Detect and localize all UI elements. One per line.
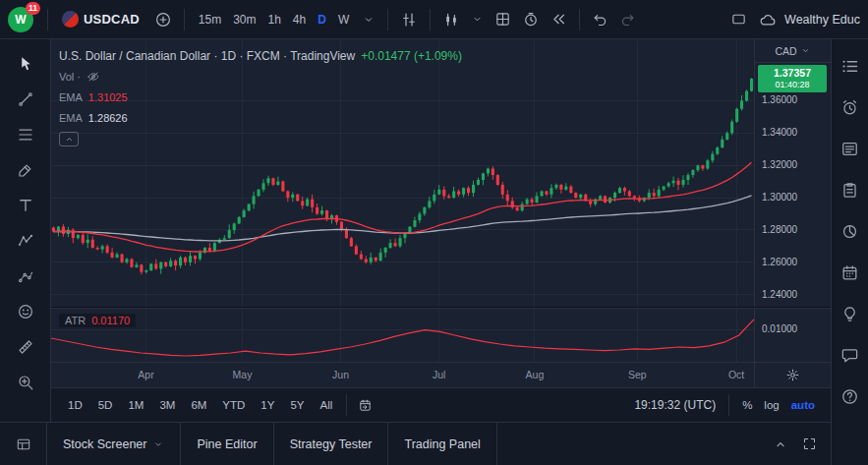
zoom-in-tool-icon[interactable] [9,368,42,396]
body: U.S. Dollar / Canadian Dollar · 1D · FXC… [0,39,868,465]
collapse-legend-button[interactable] [59,132,79,146]
axis-corner [754,363,831,387]
clock[interactable]: 19:19:32 (UTC) [634,398,716,412]
chat-icon[interactable] [837,342,864,368]
compare-add-icon[interactable] [150,7,176,32]
cursor-tool-icon[interactable] [9,49,42,78]
expand-panel-chevron-icon[interactable] [769,433,792,456]
range-6m[interactable]: 6M [184,396,213,414]
layout-grid-icon[interactable] [491,7,515,31]
tab-strategy-tester[interactable]: Strategy Tester [274,423,389,465]
symbol-name: USDCAD [84,12,140,27]
ideas-icon[interactable] [837,301,864,326]
emoji-tool-icon[interactable] [9,297,42,325]
volume-label[interactable]: Vol · [59,71,81,83]
timeframe-d[interactable]: D [312,9,332,30]
scale-log[interactable]: log [758,396,784,414]
notification-badge: 11 [26,2,40,15]
watchlist-icon[interactable] [837,53,864,79]
tab-label: Stock Screener [63,437,146,451]
fib-retracement-tool-icon[interactable] [9,120,42,148]
range-1d[interactable]: 1D [61,396,89,414]
month-label: Jun [332,369,349,380]
alerts-icon[interactable] [837,94,864,120]
tab-stock-screener[interactable]: Stock Screener [47,423,181,465]
text-tool-icon[interactable] [9,191,42,219]
atr-value: 0.01170 [91,315,130,326]
forecast-tool-icon[interactable] [9,262,42,290]
layout-name[interactable]: Wealthy Educ [784,13,860,27]
ema2-value: 1.28626 [88,112,128,124]
help-icon[interactable] [837,383,864,409]
atr-chart[interactable]: ATR 0.01170 [51,309,754,362]
eye-off-icon[interactable] [87,70,100,84]
price-axis-label: 1.30000 [762,192,797,203]
atr-legend[interactable]: ATR 0.01170 [59,314,136,327]
time-axis[interactable]: AprMayJunJulAugSepOct [51,363,831,388]
news-icon[interactable] [837,136,864,161]
divider [184,9,185,30]
scale-group: 19:19:32 (UTC) %logauto [634,394,821,416]
scale-auto[interactable]: auto [785,396,821,414]
chevron-down-icon [152,438,164,450]
cloud-save-icon[interactable] [755,7,781,32]
ema2-label[interactable]: EMA [59,112,83,124]
panel-list-icon[interactable] [0,423,47,465]
range-5y[interactable]: 5Y [283,396,311,414]
range-5d[interactable]: 5D [91,396,120,414]
range-all[interactable]: All [314,396,340,414]
layout-rectangle-icon[interactable] [726,7,751,31]
bar-replay-icon[interactable] [547,7,571,31]
candlestick-chart[interactable]: U.S. Dollar / Canadian Dollar · 1D · FXC… [51,39,754,307]
timeframe-30m[interactable]: 30m [227,9,261,30]
timeframe-4h[interactable]: 4h [287,9,312,30]
fullscreen-panel-icon[interactable] [798,433,821,455]
measure-tool-icon[interactable] [9,332,42,361]
chart-legend: U.S. Dollar / Canadian Dollar · 1D · FXC… [59,45,462,146]
hotlists-icon[interactable] [837,218,864,244]
tab-label: Trading Panel [404,437,480,451]
redo-icon [615,7,640,31]
chart-style-icon[interactable] [438,7,464,32]
timeframe-w[interactable]: W [332,9,355,30]
timeframe-chevron-down-icon[interactable] [358,9,379,30]
tradingview-app: W 11 USDCAD 15m30m1h4hDW Wealthy Educ [0,0,868,465]
symbol-search-button[interactable]: USDCAD [56,9,147,29]
month-label: Sep [628,369,647,380]
go-to-date-icon[interactable] [354,394,376,417]
symbol-title[interactable]: U.S. Dollar / Canadian Dollar · 1D · FXC… [59,49,355,63]
tab-pine-editor[interactable]: Pine Editor [181,423,273,465]
range-ytd[interactable]: YTD [215,396,252,414]
price-axis-label: 1.28000 [762,224,797,236]
calendar-icon[interactable] [837,260,864,285]
tab-trading-panel[interactable]: Trading Panel [388,423,496,465]
atr-axis[interactable]: 0.01000 [754,309,831,362]
data-window-icon[interactable] [837,177,864,203]
chart-style-chevron-icon[interactable] [467,9,488,29]
chart-area: U.S. Dollar / Canadian Dollar · 1D · FXC… [51,39,831,422]
divider [579,9,580,30]
undo-icon[interactable] [588,7,612,31]
divider [728,394,729,416]
price-axis[interactable]: CAD 1.37357 01:40:28 1.360001.340001.320… [754,39,831,307]
range-3m[interactable]: 3M [152,396,182,414]
indicators-icon[interactable] [396,7,422,32]
atr-label: ATR [65,315,86,326]
trendline-tool-icon[interactable] [9,85,42,113]
currency-toggle[interactable]: CAD [755,39,831,63]
ema1-label[interactable]: EMA [59,91,83,103]
price-axis-label: 1.36000 [762,94,797,106]
xabcd-pattern-tool-icon[interactable] [9,226,42,255]
range-1y[interactable]: 1Y [254,396,281,414]
timeframe-15m[interactable]: 15m [193,9,227,30]
divider [346,394,347,416]
price-axis-label: 1.32000 [762,159,797,171]
brush-tool-icon[interactable] [9,155,42,184]
scale-%[interactable]: % [736,396,758,414]
timeframe-1h[interactable]: 1h [262,9,287,30]
price-pane: U.S. Dollar / Canadian Dollar · 1D · FXC… [51,39,831,308]
chart-settings-gear-icon[interactable] [781,364,804,386]
alert-clock-icon[interactable] [518,7,544,32]
app-logo[interactable]: W 11 [8,7,33,32]
range-1m[interactable]: 1M [121,396,150,414]
